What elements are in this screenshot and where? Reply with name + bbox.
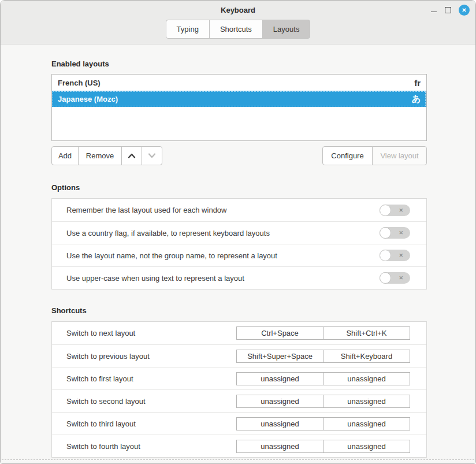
option-row-upper-case: Use upper-case when using text to repres… <box>52 266 426 289</box>
toggle-layout-name[interactable]: ✕ <box>380 250 410 261</box>
shortcut-row-second-layout: Switch to second layout unassigned unass… <box>52 389 426 412</box>
window-controls: ✕ <box>430 1 470 20</box>
shortcut-bindings: unassigned unassigned <box>236 395 410 408</box>
shortcut-binding-button[interactable]: Shift+Keyboard <box>323 350 410 363</box>
shortcut-row-previous-layout: Switch to previous layout Shift+Super+Sp… <box>52 344 426 367</box>
move-layout-down-button[interactable] <box>142 146 162 165</box>
toggle-knob <box>380 205 391 216</box>
window-header: Keyboard ✕ Typing Shortcuts Layouts <box>1 1 475 44</box>
shortcut-binding-button[interactable]: unassigned <box>323 372 410 385</box>
keyboard-settings-window: Keyboard ✕ Typing Shortcuts Layouts Enab… <box>0 0 476 464</box>
shortcuts-title: Shortcuts <box>51 306 87 315</box>
option-label: Remember the last layout used for each w… <box>66 206 380 214</box>
layout-row-french[interactable]: French (US) fr <box>52 75 426 91</box>
shortcut-bindings: Shift+Super+Space Shift+Keyboard <box>236 350 410 363</box>
maximize-button[interactable] <box>445 7 451 13</box>
layouts-page: Enabled layouts French (US) fr Japanese … <box>1 44 475 464</box>
options-box: Remember the last layout used for each w… <box>51 198 427 289</box>
layout-row-japanese[interactable]: Japanese (Mozc) あ <box>52 91 426 107</box>
option-row-remember-layout: Remember the last layout used for each w… <box>52 199 426 221</box>
tab-typing[interactable]: Typing <box>166 20 210 39</box>
titlebar[interactable]: Keyboard ✕ <box>1 1 475 20</box>
layout-indicator: fr <box>414 78 421 88</box>
shortcut-binding-button[interactable]: unassigned <box>323 440 410 453</box>
toggle-remember-layout[interactable]: ✕ <box>380 205 410 216</box>
options-title: Options <box>51 183 80 192</box>
close-button[interactable]: ✕ <box>459 5 470 16</box>
tab-shortcuts[interactable]: Shortcuts <box>209 20 263 39</box>
shortcut-binding-button[interactable]: unassigned <box>236 440 323 453</box>
shortcut-label: Switch to first layout <box>66 374 236 383</box>
window-title: Keyboard <box>1 6 475 14</box>
toggle-off-icon: ✕ <box>399 227 403 239</box>
toggle-off-icon: ✕ <box>399 205 403 216</box>
option-label: Use the layout name, not the group name,… <box>66 251 380 260</box>
shortcut-binding-button[interactable]: Shift+Super+Space <box>236 350 323 363</box>
layout-name: French (US) <box>58 79 414 87</box>
shortcut-bindings: unassigned unassigned <box>236 372 410 385</box>
layout-list-buttons: Add Remove <box>51 146 162 165</box>
toggle-knob <box>380 227 391 239</box>
chevron-up-icon <box>128 153 136 158</box>
shortcut-label: Switch to fourth layout <box>66 442 236 451</box>
shortcut-row-first-layout: Switch to first layout unassigned unassi… <box>52 367 426 389</box>
option-row-layout-name: Use the layout name, not the group name,… <box>52 244 426 266</box>
shortcut-bindings: unassigned unassigned <box>236 440 410 453</box>
shortcut-binding-button[interactable]: unassigned <box>323 395 410 408</box>
shortcut-row-next-layout: Switch to next layout Ctrl+Space Shift+C… <box>52 322 426 344</box>
shortcut-label: Switch to next layout <box>66 329 236 337</box>
remove-layout-button[interactable]: Remove <box>78 146 122 165</box>
configure-button[interactable]: Configure <box>322 146 373 165</box>
toggle-off-icon: ✕ <box>399 272 403 284</box>
shortcut-binding-button[interactable]: unassigned <box>323 417 410 430</box>
shortcut-binding-button[interactable]: Ctrl+Space <box>236 326 323 340</box>
scroll-undershoot-indicator <box>2 459 474 460</box>
shortcut-binding-button[interactable]: unassigned <box>236 372 323 385</box>
shortcut-binding-button[interactable]: unassigned <box>236 395 323 408</box>
layout-action-buttons: Configure View layout <box>322 146 427 165</box>
toggle-knob <box>380 272 391 284</box>
chevron-down-icon <box>148 153 156 158</box>
shortcut-binding-button[interactable]: Shift+Ctrl+K <box>323 326 410 340</box>
toggle-knob <box>380 250 391 261</box>
move-layout-up-button[interactable] <box>121 146 142 165</box>
tab-layouts[interactable]: Layouts <box>262 20 311 39</box>
shortcut-row-fourth-layout: Switch to fourth layout unassigned unass… <box>52 435 426 457</box>
shortcut-row-third-layout: Switch to third layout unassigned unassi… <box>52 412 426 435</box>
tab-bar: Typing Shortcuts Layouts <box>1 20 475 39</box>
shortcut-bindings: Ctrl+Space Shift+Ctrl+K <box>236 326 410 340</box>
enabled-layouts-list: French (US) fr Japanese (Mozc) あ <box>51 74 427 141</box>
minimize-button[interactable] <box>430 7 437 14</box>
add-layout-button[interactable]: Add <box>51 146 79 165</box>
shortcuts-box: Switch to next layout Ctrl+Space Shift+C… <box>51 321 427 458</box>
shortcut-label: Switch to second layout <box>66 397 236 406</box>
layout-name: Japanese (Mozc) <box>58 95 412 103</box>
toggle-upper-case[interactable]: ✕ <box>380 272 410 284</box>
view-layout-button[interactable]: View layout <box>372 146 427 165</box>
option-label: Use a country flag, if available, to rep… <box>66 229 380 237</box>
option-row-country-flag: Use a country flag, if available, to rep… <box>52 221 426 244</box>
option-label: Use upper-case when using text to repres… <box>66 274 380 283</box>
enabled-layouts-title: Enabled layouts <box>51 60 109 68</box>
layout-indicator: あ <box>412 94 421 105</box>
shortcut-label: Switch to previous layout <box>66 352 236 361</box>
shortcut-bindings: unassigned unassigned <box>236 417 410 430</box>
shortcut-label: Switch to third layout <box>66 420 236 428</box>
close-icon: ✕ <box>462 7 466 13</box>
toggle-off-icon: ✕ <box>399 250 403 261</box>
toggle-country-flag[interactable]: ✕ <box>380 227 410 239</box>
shortcut-binding-button[interactable]: unassigned <box>236 417 323 430</box>
